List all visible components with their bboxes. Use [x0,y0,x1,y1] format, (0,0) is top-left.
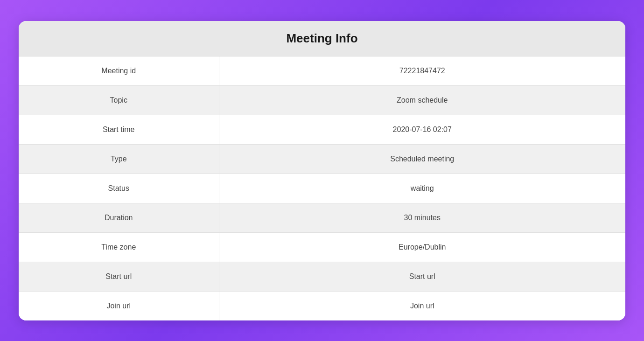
row-link-value[interactable]: Join url [219,291,625,320]
row-label: Type [19,144,219,174]
table-row: Join urlJoin url [19,291,625,320]
row-value: 2020-07-16 02:07 [219,115,625,144]
row-label: Duration [19,203,219,232]
row-label: Topic [19,85,219,115]
table-row: TopicZoom schedule [19,85,625,115]
card-title: Meeting Info [19,31,625,46]
table-row: Start urlStart url [19,262,625,291]
row-label: Time zone [19,232,219,262]
table-row: Start time2020-07-16 02:07 [19,115,625,144]
row-label: Start url [19,262,219,291]
row-value: waiting [219,174,625,203]
table-row: TypeScheduled meeting [19,144,625,174]
row-value: 72221847472 [219,56,625,86]
row-label: Start time [19,115,219,144]
row-value: Scheduled meeting [219,144,625,174]
meeting-info-card: Meeting Info Meeting id72221847472TopicZ… [19,21,625,320]
table-row: Duration30 minutes [19,203,625,232]
row-value: Zoom schedule [219,85,625,115]
table-row: Meeting id72221847472 [19,56,625,86]
row-label: Join url [19,291,219,320]
table-row: Time zoneEurope/Dublin [19,232,625,262]
info-table: Meeting id72221847472TopicZoom scheduleS… [19,56,625,320]
row-link-value[interactable]: Start url [219,262,625,291]
row-label: Status [19,174,219,203]
table-row: Statuswaiting [19,174,625,203]
row-value: Europe/Dublin [219,232,625,262]
row-value: 30 minutes [219,203,625,232]
row-label: Meeting id [19,56,219,86]
card-header: Meeting Info [19,21,625,56]
